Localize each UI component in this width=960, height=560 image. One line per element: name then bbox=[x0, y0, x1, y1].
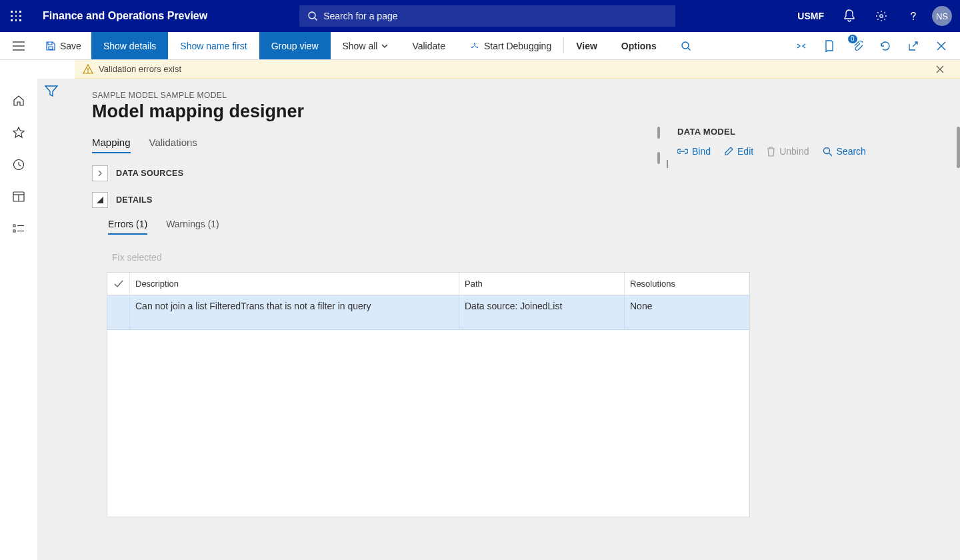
search-label: Search bbox=[837, 146, 866, 157]
company-code[interactable]: USMF bbox=[788, 11, 833, 21]
row-resolutions: None bbox=[625, 295, 749, 329]
show-name-first-button[interactable]: Show name first bbox=[168, 32, 259, 59]
bind-button[interactable]: Bind bbox=[677, 146, 711, 157]
show-details-button[interactable]: Show details bbox=[91, 32, 168, 59]
details-collapse-icon[interactable] bbox=[92, 192, 108, 208]
search-button[interactable]: Search bbox=[823, 146, 866, 157]
right-scroll-indicator bbox=[957, 127, 960, 168]
svg-point-9 bbox=[477, 47, 478, 48]
refresh-icon[interactable] bbox=[872, 32, 899, 60]
data-sources-label: DATA SOURCES bbox=[116, 169, 183, 178]
row-path: Data source: JoinedList bbox=[459, 295, 625, 329]
data-sources-expand-icon[interactable] bbox=[92, 165, 108, 181]
modules-icon[interactable] bbox=[0, 219, 37, 239]
unbind-label: Unbind bbox=[779, 146, 809, 157]
errors-grid: Description Path Resolutions Can not joi… bbox=[107, 272, 750, 517]
fix-selected-button[interactable]: Fix selected bbox=[112, 252, 162, 263]
start-debugging-button[interactable]: Start Debugging bbox=[457, 32, 563, 59]
breadcrumb: SAMPLE MODEL SAMPLE MODEL bbox=[92, 91, 933, 100]
tab-mapping[interactable]: Mapping bbox=[92, 137, 131, 153]
svg-point-10 bbox=[682, 42, 689, 49]
attachment-badge: 0 bbox=[848, 35, 857, 43]
view-button[interactable]: View bbox=[564, 32, 609, 59]
select-all-checkbox[interactable] bbox=[107, 273, 130, 295]
start-debugging-label: Start Debugging bbox=[484, 41, 551, 51]
home-icon[interactable] bbox=[0, 91, 37, 111]
find-button[interactable] bbox=[669, 32, 703, 59]
group-view-button[interactable]: Group view bbox=[259, 32, 331, 59]
checkmark-icon bbox=[114, 280, 123, 288]
options-button[interactable]: Options bbox=[609, 32, 669, 59]
debug-icon bbox=[469, 41, 480, 51]
svg-line-1 bbox=[315, 18, 317, 21]
svg-rect-18 bbox=[13, 225, 15, 227]
link-icon bbox=[677, 147, 688, 155]
data-model-title: DATA MODEL bbox=[677, 127, 951, 137]
subtab-warnings[interactable]: Warnings (1) bbox=[166, 219, 219, 235]
trash-icon bbox=[767, 147, 775, 157]
connector-icon[interactable] bbox=[788, 32, 815, 60]
tab-validations[interactable]: Validations bbox=[149, 137, 197, 153]
dismiss-warning-icon[interactable] bbox=[933, 63, 952, 76]
feedback-icon[interactable] bbox=[816, 32, 843, 60]
show-all-label: Show all bbox=[343, 41, 378, 51]
save-label: Save bbox=[60, 41, 81, 51]
close-icon[interactable] bbox=[928, 32, 955, 60]
attachments-icon[interactable]: 0 bbox=[844, 32, 871, 60]
row-description: Can not join a list FilteredTrans that i… bbox=[130, 295, 459, 329]
svg-rect-19 bbox=[13, 230, 15, 232]
search-box[interactable] bbox=[299, 5, 675, 27]
header-path[interactable]: Path bbox=[459, 273, 625, 295]
filter-icon[interactable] bbox=[45, 85, 58, 560]
svg-point-7 bbox=[474, 43, 475, 44]
header-resolutions[interactable]: Resolutions bbox=[625, 273, 749, 295]
user-avatar[interactable]: NS bbox=[932, 6, 952, 26]
pencil-icon bbox=[724, 147, 733, 156]
help-icon[interactable] bbox=[897, 0, 929, 32]
app-title: Finance and Operations Preview bbox=[43, 10, 207, 22]
svg-point-0 bbox=[309, 12, 315, 19]
svg-point-23 bbox=[87, 71, 89, 73]
search-icon bbox=[681, 41, 691, 51]
warning-icon bbox=[83, 64, 93, 75]
search-input[interactable] bbox=[323, 11, 667, 21]
edit-label: Edit bbox=[737, 146, 753, 157]
svg-point-2 bbox=[880, 15, 883, 17]
splitter-handle[interactable]: || bbox=[663, 159, 670, 168]
details-label: DETAILS bbox=[116, 195, 153, 205]
subtab-errors[interactable]: Errors (1) bbox=[108, 219, 147, 235]
show-all-button[interactable]: Show all bbox=[331, 32, 401, 59]
row-checkbox[interactable] bbox=[107, 295, 130, 329]
table-row[interactable]: Can not join a list FilteredTrans that i… bbox=[107, 295, 749, 330]
validate-button[interactable]: Validate bbox=[400, 32, 457, 59]
save-icon bbox=[45, 41, 56, 51]
page-title: Model mapping designer bbox=[92, 101, 933, 122]
svg-point-26 bbox=[823, 147, 829, 153]
workspaces-icon[interactable] bbox=[0, 187, 37, 207]
notifications-icon[interactable] bbox=[833, 0, 865, 32]
rail-toggle-icon[interactable] bbox=[0, 32, 37, 60]
unbind-button: Unbind bbox=[767, 146, 809, 157]
svg-point-8 bbox=[471, 47, 473, 48]
popout-icon[interactable] bbox=[900, 32, 927, 60]
bind-label: Bind bbox=[692, 146, 711, 157]
search-icon bbox=[823, 147, 833, 157]
recent-icon[interactable] bbox=[0, 155, 37, 175]
svg-point-3 bbox=[913, 19, 914, 20]
avatar-initials: NS bbox=[936, 11, 948, 21]
settings-icon[interactable] bbox=[865, 0, 897, 32]
app-launcher-icon[interactable] bbox=[0, 11, 32, 21]
chevron-down-icon bbox=[381, 44, 388, 48]
edit-button[interactable]: Edit bbox=[724, 146, 753, 157]
svg-line-27 bbox=[829, 153, 832, 156]
validation-warning-banner: Validation errors exist bbox=[75, 60, 960, 79]
favorites-icon[interactable] bbox=[0, 123, 37, 143]
header-description[interactable]: Description bbox=[130, 273, 459, 295]
warning-message: Validation errors exist bbox=[99, 64, 181, 74]
search-icon bbox=[307, 11, 318, 21]
svg-line-11 bbox=[688, 48, 691, 51]
save-button[interactable]: Save bbox=[37, 32, 91, 59]
